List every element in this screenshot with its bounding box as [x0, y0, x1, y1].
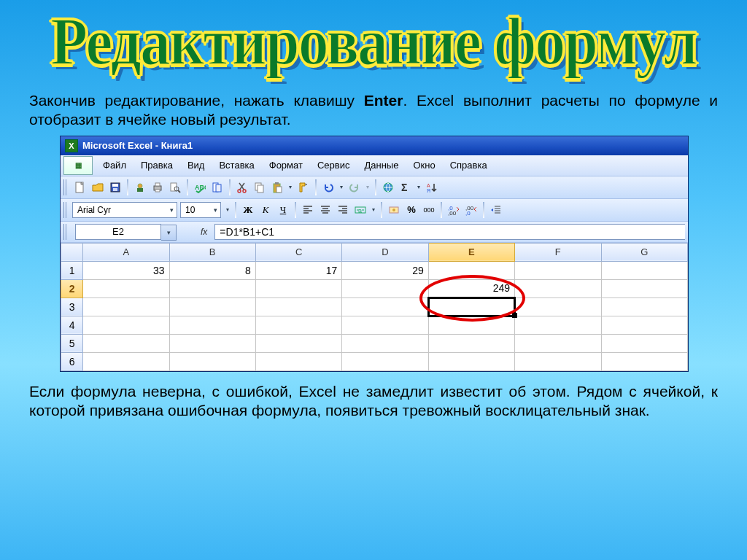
- row-header-1[interactable]: 1: [61, 261, 83, 279]
- cell-e5[interactable]: [428, 334, 514, 352]
- cell-c3[interactable]: [255, 298, 341, 316]
- row-header-6[interactable]: 6: [61, 352, 83, 370]
- cell-c1[interactable]: 17: [255, 261, 341, 279]
- italic-button[interactable]: К: [258, 202, 274, 218]
- cell-f1[interactable]: [515, 261, 601, 279]
- open-icon[interactable]: [90, 179, 106, 195]
- new-icon[interactable]: [72, 179, 88, 195]
- hyperlink-icon[interactable]: [380, 179, 396, 195]
- cell-a1[interactable]: 33: [83, 261, 169, 279]
- menu-format[interactable]: Формат: [262, 158, 310, 173]
- cell-a4[interactable]: [83, 316, 169, 334]
- col-header-f[interactable]: F: [515, 243, 601, 261]
- merge-dropdown[interactable]: ▾: [370, 206, 377, 213]
- col-header-a[interactable]: A: [83, 243, 169, 261]
- cell-g1[interactable]: [601, 261, 687, 279]
- cell-b2[interactable]: [169, 279, 255, 298]
- copy-icon[interactable]: [252, 179, 268, 195]
- autosum-dropdown[interactable]: ▾: [415, 184, 422, 190]
- col-header-g[interactable]: G: [601, 243, 687, 261]
- cell-d3[interactable]: [342, 298, 428, 316]
- align-right-icon[interactable]: [335, 202, 351, 218]
- cell-d1[interactable]: 29: [342, 261, 428, 279]
- menu-data[interactable]: Данные: [357, 158, 406, 173]
- name-box-dropdown[interactable]: ▾: [161, 225, 177, 241]
- cell-a2[interactable]: [83, 279, 169, 298]
- fill-handle[interactable]: [512, 313, 517, 318]
- row-header-5[interactable]: 5: [61, 334, 83, 352]
- cell-a5[interactable]: [83, 334, 169, 352]
- autosum-icon[interactable]: Σ: [398, 179, 414, 195]
- align-center-icon[interactable]: [317, 202, 333, 218]
- spelling-icon[interactable]: ABC: [192, 179, 208, 195]
- col-header-e[interactable]: E: [428, 243, 514, 261]
- comma-style-button[interactable]: 000: [421, 202, 437, 218]
- name-box[interactable]: E2 ▾: [75, 224, 161, 240]
- permission-icon[interactable]: [132, 179, 148, 195]
- toolbar-grip[interactable]: [63, 179, 68, 195]
- formula-grip[interactable]: [63, 224, 68, 240]
- cell-g5[interactable]: [601, 334, 687, 352]
- row-header-3[interactable]: 3: [61, 298, 83, 316]
- percent-button[interactable]: %: [403, 202, 419, 218]
- cell-b4[interactable]: [169, 316, 255, 334]
- menu-tools[interactable]: Сервис: [310, 158, 357, 173]
- paste-dropdown[interactable]: ▾: [287, 184, 294, 190]
- paste-icon[interactable]: [269, 179, 285, 195]
- redo-dropdown[interactable]: ▾: [364, 184, 371, 190]
- row-header-2[interactable]: 2: [61, 279, 83, 298]
- cell-f3[interactable]: [515, 298, 601, 316]
- undo-icon[interactable]: [320, 179, 336, 195]
- cell-e3-selected[interactable]: [428, 298, 514, 316]
- merge-center-icon[interactable]: a: [352, 202, 368, 218]
- font-size-combo[interactable]: 10 ▾: [180, 202, 221, 218]
- cell-a3[interactable]: [83, 298, 169, 316]
- bold-button[interactable]: Ж: [240, 202, 256, 218]
- row-header-4[interactable]: 4: [61, 316, 83, 334]
- formula-input[interactable]: =D1*B1+C1: [214, 224, 685, 240]
- col-header-d[interactable]: D: [342, 243, 428, 261]
- cell-f5[interactable]: [515, 334, 601, 352]
- cell-d2[interactable]: [342, 279, 428, 298]
- undo-dropdown[interactable]: ▾: [338, 184, 345, 190]
- sort-asc-icon[interactable]: АЯ: [424, 179, 440, 195]
- cell-g6[interactable]: [601, 352, 687, 370]
- cell-b6[interactable]: [169, 352, 255, 370]
- workbook-icon[interactable]: ▦: [63, 156, 93, 175]
- menu-edit[interactable]: Правка: [133, 158, 180, 173]
- align-left-icon[interactable]: [300, 202, 316, 218]
- print-icon[interactable]: [150, 179, 166, 195]
- format-dropdown[interactable]: ▾: [224, 206, 231, 213]
- col-header-b[interactable]: B: [169, 243, 255, 261]
- decrease-indent-icon[interactable]: [488, 202, 504, 218]
- redo-icon[interactable]: [347, 179, 363, 195]
- cell-e4[interactable]: [428, 316, 514, 334]
- cell-b5[interactable]: [169, 334, 255, 352]
- cell-c5[interactable]: [255, 334, 341, 352]
- cell-g2[interactable]: [601, 279, 687, 298]
- research-icon[interactable]: [209, 179, 225, 195]
- cell-c2[interactable]: [255, 279, 341, 298]
- menu-help[interactable]: Справка: [443, 158, 495, 173]
- cell-f2[interactable]: [515, 279, 601, 298]
- currency-icon[interactable]: [386, 202, 402, 218]
- cell-c6[interactable]: [255, 352, 341, 370]
- cell-b1[interactable]: 8: [169, 261, 255, 279]
- cell-d6[interactable]: [342, 352, 428, 370]
- font-name-combo[interactable]: Arial Cyr ▾: [72, 202, 177, 218]
- select-all-corner[interactable]: [61, 243, 83, 261]
- cell-c4[interactable]: [255, 316, 341, 334]
- cell-g3[interactable]: [601, 298, 687, 316]
- toolbar-grip-2[interactable]: [63, 202, 68, 218]
- cell-d4[interactable]: [342, 316, 428, 334]
- col-header-c[interactable]: C: [255, 243, 341, 261]
- format-painter-icon[interactable]: [295, 179, 311, 195]
- cell-a6[interactable]: [83, 352, 169, 370]
- decrease-decimal-icon[interactable]: ,00,0: [463, 202, 479, 218]
- cell-f4[interactable]: [515, 316, 601, 334]
- cell-d5[interactable]: [342, 334, 428, 352]
- menu-insert[interactable]: Вставка: [212, 158, 261, 173]
- cell-e6[interactable]: [428, 352, 514, 370]
- menu-view[interactable]: Вид: [180, 158, 212, 173]
- fx-label[interactable]: fx: [201, 227, 207, 237]
